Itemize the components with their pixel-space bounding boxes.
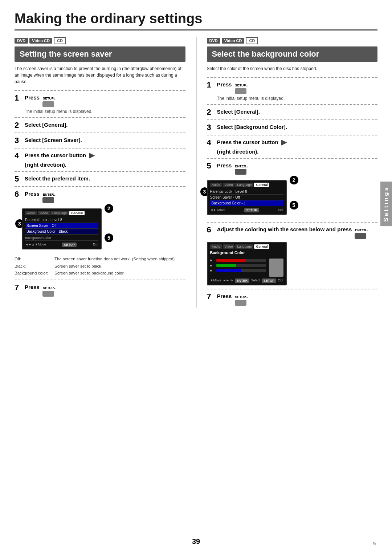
- r-overlay-2: 2: [290, 176, 298, 184]
- r-step-2-number: 2: [207, 108, 215, 116]
- divider-7: [15, 280, 185, 280]
- divider-1: [15, 90, 185, 91]
- r-divider-4: [207, 135, 378, 135]
- left-screen-mockup: Audio Video Language General Parental Lo…: [22, 208, 102, 249]
- r-step-1-btn-container: SETUP: [235, 84, 246, 94]
- step-5-text: Select the preferred item.: [25, 175, 90, 182]
- screen-footer-left: ◄►▲▼Move SETUP Exit: [25, 243, 98, 247]
- right-badges: DVD Video CD CD: [207, 37, 378, 44]
- r-screen-footer-move: ◄► Move: [210, 208, 225, 212]
- overlay-2: 2: [105, 204, 113, 213]
- notes-table: Off: The screen saver function does not …: [15, 256, 185, 276]
- right-screen-mockup-1: Audio Video Language General Parental Lo…: [207, 180, 287, 215]
- note-bgcolor-val: Screen saver set to background color.: [54, 270, 124, 276]
- screen-footer-exit: Exit: [93, 243, 98, 247]
- r-step-1-sub: The initial setup menu is displayed.: [217, 96, 378, 101]
- r-setup-btn-1: [235, 88, 246, 94]
- screen-row-bgcolorlabel: Background Color: [25, 235, 98, 241]
- step-3: 3 Select [Screen Saver].: [15, 137, 185, 145]
- setup-btn-1: [42, 101, 54, 107]
- left-column: DVD Video CD CD Setting the screen saver…: [15, 37, 185, 308]
- r-step-5-text: Press ENTER .: [217, 162, 248, 175]
- r-step-4: 4 Press the cursor button: [207, 139, 378, 147]
- left-intro-text: The screen saver is a function to preven…: [15, 65, 185, 85]
- r-tab-video: Video: [223, 183, 235, 187]
- r-step-4-text: Press the cursor button: [217, 139, 289, 146]
- step-1: 1 Press SETUP .: [15, 94, 185, 107]
- slider-b-label: ■: [210, 269, 215, 272]
- r-divider-7: [207, 289, 378, 289]
- r-footer-enter: ENTER: [235, 278, 250, 283]
- note-bgcolor: Background color: Screen saver set to ba…: [15, 270, 185, 276]
- note-off-key: Off:: [15, 256, 51, 262]
- screen-footer-setup: SETUP: [62, 243, 77, 247]
- screen-row-parental: Parental Lock - Level 8: [25, 217, 98, 223]
- r-step-1: 1 Press SETUP .: [207, 81, 378, 94]
- step-5: 5 Select the preferred item.: [15, 175, 185, 183]
- r-step-6-text: Adjust the coloring with the screen belo…: [217, 226, 368, 239]
- step-4-number: 4: [15, 152, 23, 160]
- step-4-text: Press the cursor button: [25, 152, 96, 159]
- step-6-text: Press ENTER .: [25, 190, 56, 203]
- cursor-right-icon-2: [281, 140, 287, 146]
- r-step-3-text: Select [Background Color].: [217, 123, 287, 131]
- right-screen-mockup-2: Audio Video Language General Background …: [207, 242, 287, 285]
- r-step-5-number: 5: [207, 162, 215, 170]
- r-screen-row-screensaver: Screen Saver - Off: [210, 195, 283, 200]
- r-setup-label-top-7: SETUP: [235, 295, 246, 300]
- step-2-text: Select [General].: [25, 121, 68, 129]
- page-number: 39: [192, 537, 200, 546]
- r-screen-footer-2: ▼Move ◄►+/- ENTER Select SETUP Exit: [210, 278, 283, 283]
- badge-videocd: Video CD: [29, 38, 52, 44]
- r-step-6: 6 Adjust the coloring with the screen be…: [207, 226, 378, 239]
- divider-4: [15, 148, 185, 149]
- r-step-4-number: 4: [207, 139, 215, 147]
- step-1-sub: The initial setup menu is displayed.: [25, 109, 185, 114]
- r-color-tab-video: Video: [223, 244, 235, 249]
- screen-row-bgcolor: Background Color - Black: [25, 229, 98, 235]
- r-enter-btn-6: [355, 233, 366, 239]
- r-enter-label-6: ENTER: [355, 228, 366, 233]
- r-screen-row-bgcolor: Background Color - |: [210, 200, 283, 206]
- r-divider-3: [207, 119, 378, 120]
- r-footer-setup: SETUP: [262, 278, 276, 283]
- r-footer-exit: Exit: [278, 278, 283, 283]
- step-7-text-left: Press SETUP .: [25, 284, 56, 297]
- r-screen-footer-setup: SETUP: [244, 208, 259, 212]
- right-screen-wrapper-1: 2 3 5 Audio Video Language General Paren…: [207, 180, 287, 215]
- right-intro-text: Select the color of the screen when the …: [207, 65, 378, 72]
- r-footer-select: Select: [251, 278, 260, 283]
- cursor-right-icon-1: [89, 153, 95, 159]
- tab-general: General: [69, 211, 85, 215]
- r-step-5: 5 Press ENTER .: [207, 162, 378, 175]
- sliders-left: ■ ■ ■: [210, 257, 266, 277]
- enter-label-top-6: ENTER: [43, 193, 54, 197]
- r-screen-row-parental: Parental Lock - Level 8: [210, 189, 283, 195]
- setup-btn-7: [42, 291, 54, 297]
- r-setup-btn-7: [235, 300, 246, 306]
- r-divider-6: [207, 222, 378, 223]
- slider-r: ■: [210, 259, 266, 262]
- step-6-number: 6: [15, 190, 23, 198]
- note-off-val: The screen saver function does not work.…: [54, 256, 175, 262]
- step-3-text: Select [Screen Saver].: [25, 137, 82, 144]
- slider-b: ■: [210, 269, 266, 272]
- r-badge-videocd: Video CD: [222, 38, 245, 44]
- r-step-6-btn-container: ENTER: [355, 228, 366, 239]
- note-black-val: Screen saver set to black.: [54, 263, 102, 269]
- r-step-7-btn-container: SETUP: [235, 295, 246, 306]
- r-divider-5: [207, 158, 378, 159]
- tab-audio: Audio: [25, 211, 37, 215]
- r-step-1-number: 1: [207, 81, 215, 89]
- r-color-screen-tabs: Audio Video Language General: [210, 244, 283, 249]
- r-divider-1: [207, 77, 378, 78]
- divider-5: [15, 171, 185, 172]
- screen-footer-move: ◄►▲▼Move: [25, 243, 46, 247]
- slider-r-label: ■: [210, 259, 215, 262]
- left-screen-wrapper: 2 3 5 Audio Video Language General Paren…: [22, 208, 102, 249]
- setup-label-top-1: SETUP: [43, 97, 54, 101]
- slider-g-label: ■: [210, 264, 215, 267]
- step-4-sub: (right direction).: [25, 162, 185, 168]
- step-7-number-left: 7: [15, 284, 23, 292]
- r-step-7: 7 Press SETUP .: [207, 293, 378, 306]
